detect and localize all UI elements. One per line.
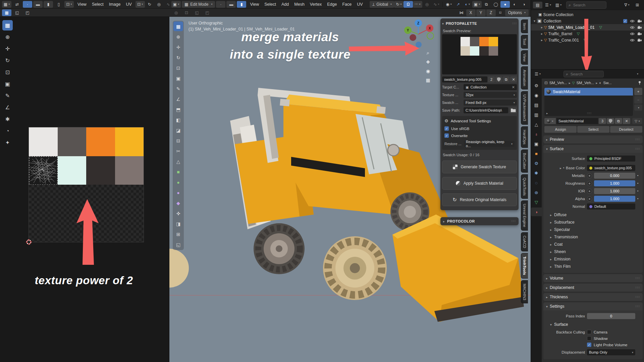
add-slot-button[interactable]: + [634,88,642,95]
collapsed-section-row[interactable]: ▸Subsurface [546,219,640,226]
sidebar-tab[interactable]: Item [521,19,528,33]
sidebar-tab[interactable]: TrinhTools [521,253,528,278]
viewport-tool-button[interactable]: ▣ [173,73,183,83]
input-socket[interactable] [587,181,592,186]
checkbox[interactable] [587,336,591,341]
viewport-tool-button[interactable]: ● [173,188,183,197]
viewport-tool-button[interactable]: ⊟ [173,136,183,145]
viewport-tool-button[interactable]: ✜ [173,208,183,218]
link-mode-button[interactable]: ▽▾ [632,118,642,124]
menu-item[interactable]: Add [279,0,291,9]
surface-panel-header[interactable]: ▾Surface∷∷ [543,145,643,153]
sidebar-tab[interactable]: HardOps [521,126,528,148]
properties-search-input[interactable] [570,72,601,76]
uv-snap-button[interactable]: ⊡▾ [136,1,145,8]
value-slider[interactable]: 1.000 [594,180,635,186]
collapsed-section-row[interactable]: ▸Diffuse [546,211,640,219]
uv-tool-button[interactable]: ✦ [2,137,13,148]
viewport-tool-button[interactable]: ⊡ [173,63,183,73]
tool-option-3[interactable]: ◱ [192,9,202,16]
properties-tab[interactable]: ▤ [531,101,542,109]
protocolor-panel[interactable]: ▸ PROTOCOLOR ∷∷ [440,217,519,225]
menu-item[interactable]: Select [262,0,279,9]
camera-icon[interactable] [637,19,642,23]
menu-item[interactable]: Vertex [307,0,324,9]
sidebar-tab[interactable]: CoACD [521,232,528,251]
value-slider[interactable]: 1.000 [594,188,635,194]
uv-sticky-select[interactable]: ▯ [54,1,63,8]
uv-sync-toggle[interactable]: ⇄ [12,1,22,8]
action-button[interactable]: Select [577,126,609,133]
viewport-tool-button[interactable]: △ [173,157,183,166]
copy-texture-button[interactable]: ⧉ [503,76,509,82]
camera-icon[interactable] [637,26,642,29]
mode-dropdown[interactable]: ▦Edit Mode▾ [182,1,215,8]
input-socket[interactable] [587,189,592,194]
ortho-toggle-button[interactable]: ▦ [423,77,433,83]
viewport-tool-button[interactable]: ✂ [173,146,183,156]
unlink-texture-button[interactable]: ✕ [510,76,517,82]
properties-tab[interactable]: ◉ [531,91,542,100]
menu-item[interactable]: UV [123,0,134,9]
panel-grip[interactable]: ∷∷ [513,22,517,25]
advanced-settings-label[interactable]: Advanced Tool Settings [451,119,491,123]
material-name-field[interactable]: SwatchMaterial [556,118,598,124]
new-collection-button[interactable]: ⊞ [633,2,642,8]
uv-tool-button[interactable]: ◔ [2,126,13,136]
uv-box-select-tool[interactable]: ▦ [2,9,11,16]
generate-swatch-texture-button[interactable]: Generate Swatch Texture [442,161,517,173]
options-dropdown[interactable]: Options▾ [505,9,529,16]
breadcrumb-data[interactable]: SM_Veh... [576,81,594,85]
viewport-tool-button[interactable]: ■ [173,167,183,177]
camera-view-button[interactable]: ◉ [423,68,433,74]
uv-tool-button[interactable]: ▣ [2,79,13,89]
surface-shader-field[interactable]: Principled BSDF [587,156,635,162]
settings-panel-header[interactable]: ▾Settings∷∷ [543,302,643,310]
mirror-button[interactable]: ⋈ [457,9,466,16]
copy-material-button[interactable]: ⧉ [615,118,622,124]
slot-expand-icon[interactable]: ▸ [546,112,548,115]
sidebar-tab[interactable]: Unreal Engine [521,200,528,231]
menu-item[interactable]: Mesh [291,0,307,9]
thickness-panel-header[interactable]: ▸Thickness∷∷ [543,293,643,301]
snap-toggle[interactable]: Ω [404,1,413,8]
eye-icon[interactable] [630,26,635,29]
displacement-panel-header[interactable]: ▸Displacement∷∷ [543,284,643,292]
texture-users-button[interactable]: 2 [488,76,495,82]
displacement-method-dropdown[interactable]: Bump Only▾ [587,349,635,355]
viewport-editor-type-button[interactable]: ▣▾ [171,1,181,8]
menu-item[interactable]: Image [106,0,123,9]
camera-icon[interactable] [637,39,642,42]
shading-solid[interactable]: ● [500,1,510,8]
collapsed-section-row[interactable]: ▸Specular [546,226,640,233]
checkbox[interactable] [587,343,591,347]
shading-rendered[interactable]: ◑ [519,1,529,8]
eye-icon[interactable] [630,39,635,42]
sidebar-tab[interactable]: Tool [521,35,528,48]
viewport-tool-button[interactable]: ↻ [173,53,183,62]
outliner-filter-image[interactable]: ▥▾ [554,2,563,8]
properties-tab[interactable]: ⚙ [531,81,542,90]
menu-item[interactable]: Select [89,0,106,9]
viewport-tool-button[interactable]: ⊕ [173,32,183,42]
viewport-tool-button[interactable]: ◨ [173,219,183,229]
properties-tab[interactable]: ▣ [531,139,542,148]
base-color-field[interactable]: swatch_texture.png.005 [587,165,635,171]
restore-original-materials-button[interactable]: ↻ Restore Original Materials [442,193,517,206]
viewport-tool-button[interactable]: ⬒ [173,105,183,114]
viewport-tool-button[interactable]: ◆ [173,198,183,208]
pass-index-field[interactable]: 0 [587,313,635,319]
navigation-gizmo[interactable]: Z Y X [400,17,437,51]
uv-tool-button[interactable]: ▦ [2,20,13,31]
properties-tab[interactable]: ✱ [531,169,542,177]
material-slot-row[interactable]: SwatchMaterial [544,88,633,96]
proportional-edit-toggle[interactable]: ◎ [422,1,432,8]
properties-tab[interactable]: ▥ [531,110,542,119]
uv-lasso-tool[interactable]: ◱ [12,9,22,16]
uv-tool-button[interactable]: ⊕ [2,32,13,42]
outliner-display-mode[interactable]: ☰▾ [543,2,553,8]
viewport-tool-button[interactable]: ∠ [173,94,183,104]
clear-collection-icon[interactable]: ✕ [512,85,515,89]
restore-mode-dropdown[interactable]: Reassign originals, keep o...▾ [464,141,515,147]
uv-tool-button[interactable]: ✛ [2,44,13,54]
